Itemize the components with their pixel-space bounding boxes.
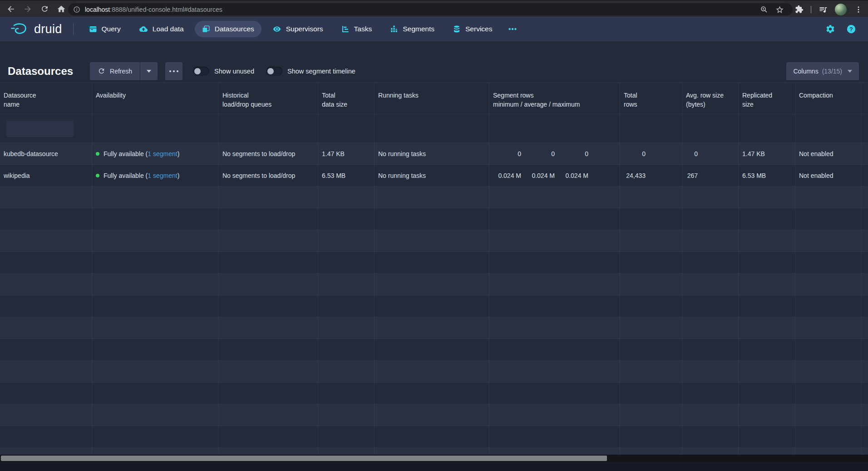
empty-cell: [0, 339, 92, 360]
media-controls-icon[interactable]: [817, 4, 829, 15]
druid-logo[interactable]: druid: [10, 22, 62, 36]
brand-name: druid: [34, 23, 62, 35]
empty-cell: [739, 404, 795, 426]
empty-cell: [795, 448, 862, 455]
address-bar[interactable]: localhost:8888/unified-console.html#data…: [68, 3, 793, 15]
cell-replicated-size: 6.53 MB: [739, 165, 795, 186]
filter-cell-load-drop-queues: [219, 114, 318, 142]
empty-cell: [0, 252, 92, 273]
browser-menu-icon[interactable]: [853, 4, 864, 15]
url-host: localhost: [85, 6, 110, 13]
bookmark-star-icon[interactable]: [774, 5, 784, 15]
column-header-avg-row-size[interactable]: Avg. row size(bytes): [682, 83, 739, 114]
empty-cell: [318, 448, 375, 455]
column-header-availability[interactable]: Availability: [92, 83, 219, 114]
column-header-total-rows[interactable]: Totalrows: [620, 83, 682, 114]
column-header-total-data-size[interactable]: Totaldata size: [318, 83, 375, 114]
empty-cell: [862, 274, 868, 295]
empty-cell: [862, 186, 868, 208]
profile-avatar[interactable]: [835, 4, 847, 15]
cell-running-tasks: No running tasks: [375, 165, 489, 186]
refresh-button[interactable]: Refresh: [90, 62, 140, 80]
nav-item-datasources[interactable]: Datasources: [195, 21, 261, 37]
column-header-replicated-size[interactable]: Replicatedsize: [739, 83, 795, 114]
empty-cell: [795, 230, 862, 251]
empty-cell: [795, 404, 862, 426]
segment-count-link[interactable]: 1 segment: [148, 150, 177, 157]
empty-cell: [318, 339, 375, 360]
empty-cell: [739, 317, 795, 339]
empty-cell: [0, 317, 92, 339]
horizontal-scrollbar[interactable]: [0, 455, 868, 462]
column-header-segment-rows[interactable]: Segment rowsminimum / average / maximum: [489, 83, 620, 114]
empty-cell: [620, 208, 682, 230]
empty-cell: [489, 383, 620, 404]
nav-item-services[interactable]: Services: [445, 21, 499, 37]
empty-cell: [489, 252, 620, 273]
empty-cell: [318, 186, 375, 208]
empty-cell: [682, 448, 739, 455]
more-actions-button[interactable]: [165, 62, 182, 80]
column-header-datasource-name[interactable]: Datasourcename: [0, 83, 92, 114]
empty-cell: [739, 426, 795, 447]
empty-cell: [795, 339, 862, 360]
empty-cell: [795, 186, 862, 208]
empty-cell: [795, 208, 862, 230]
settings-gear-icon[interactable]: [825, 24, 835, 34]
zoom-icon[interactable]: [759, 5, 769, 15]
empty-cell: [219, 404, 318, 426]
segment-count-link[interactable]: 1 segment: [148, 172, 177, 179]
columns-label: Columns: [793, 68, 818, 75]
site-info-icon[interactable]: [73, 6, 80, 13]
forward-button[interactable]: [22, 3, 34, 15]
show-unused-label[interactable]: Show unused: [214, 68, 254, 75]
nav-item-segments[interactable]: Segments: [383, 21, 442, 37]
cell-filler: [862, 143, 868, 164]
nav-more-button[interactable]: [503, 21, 522, 37]
page-title: Datasources: [8, 62, 73, 80]
empty-cell: [795, 317, 862, 339]
empty-table-row: [0, 252, 868, 274]
help-icon[interactable]: ?: [846, 24, 856, 34]
nav-item-supervisors[interactable]: Supervisors: [265, 21, 330, 37]
nav-item-query[interactable]: Query: [82, 21, 128, 37]
show-unused-toggle[interactable]: [193, 67, 209, 76]
nav-label: Services: [465, 25, 492, 33]
show-segment-timeline-toggle[interactable]: [266, 67, 282, 76]
column-header-compaction[interactable]: Compaction: [795, 83, 862, 114]
cell-avg-row-size: 267: [682, 165, 739, 186]
cell-compaction: Not enabled: [795, 143, 862, 164]
column-header-running-tasks[interactable]: Running tasks: [375, 83, 489, 114]
datasource-name-filter-input[interactable]: [6, 120, 74, 137]
datasources-icon: [202, 25, 210, 33]
scrollbar-thumb[interactable]: [1, 456, 607, 461]
nav-item-load-data[interactable]: Load data: [132, 21, 191, 37]
empty-cell: [489, 186, 620, 208]
reload-button[interactable]: [39, 3, 50, 15]
empty-cell: [489, 317, 620, 339]
nav-item-tasks[interactable]: Tasks: [334, 21, 380, 37]
navbar-divider: [73, 23, 74, 35]
empty-cell: [739, 230, 795, 251]
empty-cell: [375, 295, 489, 317]
extensions-icon[interactable]: [793, 4, 805, 15]
back-button[interactable]: [5, 3, 17, 15]
show-segment-timeline-label[interactable]: Show segment timeline: [287, 68, 355, 75]
filter-cell-datasource-name: [0, 114, 92, 142]
empty-cell: [219, 383, 318, 404]
datasources-view: Datasources Refresh Show unused Show seg…: [0, 41, 868, 471]
filter-cell-avg-row-size: [682, 114, 739, 142]
empty-cell: [682, 339, 739, 360]
empty-cell: [739, 383, 795, 404]
refresh-interval-button[interactable]: [140, 62, 158, 80]
nav-label: Tasks: [354, 25, 372, 33]
empty-cell: [92, 339, 219, 360]
empty-cell: [375, 208, 489, 230]
empty-cell: [219, 361, 318, 382]
columns-dropdown-button[interactable]: Columns (13/15): [786, 62, 859, 80]
column-header-load-drop-queues[interactable]: Historicalload/drop queues: [219, 83, 318, 114]
empty-cell: [219, 426, 318, 447]
home-button[interactable]: [55, 3, 67, 15]
empty-cell: [92, 274, 219, 295]
empty-cell: [862, 404, 868, 426]
